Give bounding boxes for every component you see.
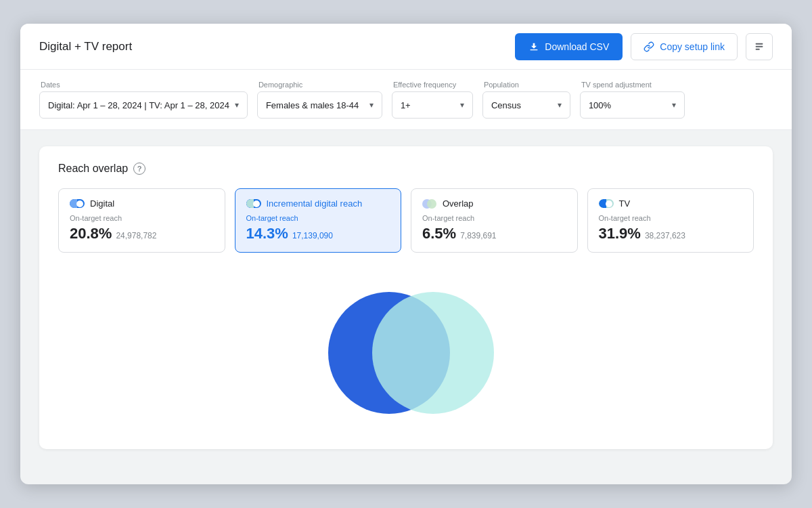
overlap-metric-label: Overlap bbox=[443, 198, 474, 209]
card-title-row: Reach overlap ? bbox=[58, 163, 754, 175]
tv-metric-header: TV bbox=[599, 198, 743, 209]
tv-toggle-icon bbox=[599, 199, 614, 208]
overlap-value-row: 6.5% 7,839,691 bbox=[422, 225, 566, 242]
incremental-sublabel: On-target reach bbox=[246, 214, 390, 222]
tv-metric-card[interactable]: TV On-target reach 31.9% 38,237,623 bbox=[587, 188, 754, 253]
overlap-metric-card[interactable]: Overlap On-target reach 6.5% 7,839,691 bbox=[411, 188, 578, 253]
help-icon[interactable]: ? bbox=[133, 163, 145, 175]
copy-setup-link-button[interactable]: Copy setup link bbox=[631, 33, 738, 60]
tv-sublabel: On-target reach bbox=[599, 214, 743, 222]
overlap-count: 7,839,691 bbox=[460, 231, 496, 240]
tv-spend-select[interactable]: 100% ▾ bbox=[580, 91, 685, 119]
incremental-value-row: 14.3% 17,139,090 bbox=[246, 225, 390, 242]
incremental-metric-header: Incremental digital reach bbox=[246, 198, 390, 209]
svg-rect-1 bbox=[756, 45, 763, 47]
overlap-metric-header: Overlap bbox=[422, 198, 566, 209]
incremental-count: 17,139,090 bbox=[292, 231, 333, 240]
frequency-label: Effective frequency bbox=[392, 81, 473, 89]
filters-bar: Dates Digital: Apr 1 – 28, 2024 | TV: Ap… bbox=[20, 70, 792, 130]
flag-icon bbox=[754, 41, 765, 52]
app-window: Digital + TV report Download CSV Copy se… bbox=[20, 24, 792, 484]
tv-value-row: 31.9% 38,237,623 bbox=[599, 225, 743, 242]
svg-point-4 bbox=[372, 292, 494, 414]
overlap-value: 6.5% bbox=[422, 225, 456, 242]
download-csv-button[interactable]: Download CSV bbox=[515, 33, 623, 60]
more-options-button[interactable] bbox=[746, 33, 773, 60]
reach-overlap-card: Reach overlap ? Digital On-target reach … bbox=[39, 146, 773, 449]
demographic-select[interactable]: Females & males 18-44 ▾ bbox=[257, 91, 382, 119]
venn-diagram-area bbox=[58, 272, 754, 427]
demographic-label: Demographic bbox=[257, 81, 382, 89]
overlap-sublabel: On-target reach bbox=[422, 214, 566, 222]
metrics-row: Digital On-target reach 20.8% 24,978,782… bbox=[58, 188, 754, 253]
population-label: Population bbox=[482, 81, 570, 89]
digital-toggle-icon bbox=[70, 199, 85, 208]
population-filter-group: Population Census ▾ bbox=[482, 81, 570, 119]
venn-diagram bbox=[291, 278, 521, 427]
page-title: Digital + TV report bbox=[39, 40, 515, 54]
header: Digital + TV report Download CSV Copy se… bbox=[20, 24, 792, 70]
population-arrow-icon: ▾ bbox=[558, 100, 562, 110]
tv-metric-label: TV bbox=[619, 198, 631, 209]
frequency-select[interactable]: 1+ ▾ bbox=[392, 91, 473, 119]
digital-value: 20.8% bbox=[70, 225, 112, 242]
digital-metric-label: Digital bbox=[90, 198, 114, 209]
tv-spend-arrow-icon: ▾ bbox=[672, 100, 676, 110]
svg-rect-0 bbox=[756, 43, 763, 44]
incremental-value: 14.3% bbox=[246, 225, 288, 242]
tv-spend-filter-group: TV spend adjustment 100% ▾ bbox=[580, 81, 685, 119]
digital-metric-header: Digital bbox=[70, 198, 214, 209]
digital-count: 24,978,782 bbox=[116, 231, 156, 240]
incremental-metric-label: Incremental digital reach bbox=[267, 198, 363, 209]
svg-rect-2 bbox=[756, 48, 760, 49]
tv-spend-label: TV spend adjustment bbox=[580, 81, 685, 89]
main-content: Reach overlap ? Digital On-target reach … bbox=[20, 130, 792, 465]
dates-filter-group: Dates Digital: Apr 1 – 28, 2024 | TV: Ap… bbox=[39, 81, 248, 119]
frequency-filter-group: Effective frequency 1+ ▾ bbox=[392, 81, 473, 119]
demographic-arrow-icon: ▾ bbox=[369, 100, 374, 110]
tv-count: 38,237,623 bbox=[645, 231, 685, 240]
demographic-filter-group: Demographic Females & males 18-44 ▾ bbox=[257, 81, 382, 119]
digital-sublabel: On-target reach bbox=[70, 214, 214, 222]
overlap-icon bbox=[422, 199, 437, 209]
download-icon bbox=[528, 41, 539, 52]
dates-label: Dates bbox=[39, 81, 248, 89]
dates-arrow-icon: ▾ bbox=[235, 100, 239, 110]
digital-metric-card[interactable]: Digital On-target reach 20.8% 24,978,782 bbox=[58, 188, 225, 253]
card-title: Reach overlap bbox=[58, 163, 128, 175]
header-actions: Download CSV Copy setup link bbox=[515, 33, 773, 60]
incremental-metric-card[interactable]: Incremental digital reach On-target reac… bbox=[235, 188, 402, 253]
population-select[interactable]: Census ▾ bbox=[482, 91, 570, 119]
digital-value-row: 20.8% 24,978,782 bbox=[70, 225, 214, 242]
dates-select[interactable]: Digital: Apr 1 – 28, 2024 | TV: Apr 1 – … bbox=[39, 91, 248, 119]
frequency-arrow-icon: ▾ bbox=[460, 100, 464, 110]
tv-value: 31.9% bbox=[599, 225, 641, 242]
link-icon bbox=[644, 41, 654, 52]
incremental-toggle-icon bbox=[246, 199, 261, 208]
